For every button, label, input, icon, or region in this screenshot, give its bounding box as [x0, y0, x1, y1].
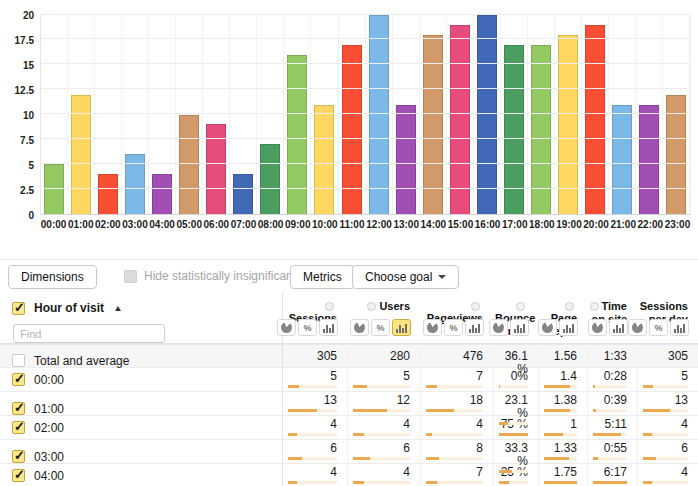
chart-bar-08:00[interactable]	[260, 144, 280, 214]
pie-chart-icon-button[interactable]	[489, 319, 508, 336]
proportion-bar-fill	[288, 385, 299, 388]
find-input[interactable]	[13, 324, 165, 343]
metric-radio[interactable]	[516, 302, 525, 311]
hide-insignificant-checkbox[interactable]	[124, 270, 137, 283]
cell-value: 6	[288, 442, 337, 455]
proportion-bar-fill	[288, 433, 297, 436]
proportion-bar-track	[643, 409, 688, 412]
sort-ascending-icon[interactable]	[115, 306, 121, 311]
bar-chart-icon-button[interactable]	[559, 319, 578, 336]
proportion-bar-fill	[643, 433, 652, 436]
bar-chart-icon-button[interactable]	[392, 319, 411, 336]
percent-icon-button[interactable]: %	[444, 319, 463, 336]
row-checkbox[interactable]	[12, 402, 25, 415]
chart-bar-20:00[interactable]	[585, 25, 605, 214]
cell-bounce-rate: 75 %	[493, 416, 538, 439]
chart-bar-21:00[interactable]	[612, 105, 632, 214]
dimension-select-all-checkbox[interactable]	[12, 302, 25, 315]
row-label: 01:00	[34, 402, 64, 416]
table-row-01:00[interactable]: 01:0013121823.1 %1.380:3913	[0, 392, 698, 416]
bar-slot	[393, 15, 420, 214]
column-header-sessions-per-day: Sessionsper day%	[637, 293, 698, 343]
pie-icon	[354, 322, 365, 333]
proportion-bar-track	[353, 433, 410, 436]
proportion-bar-fill	[499, 470, 512, 473]
bar-slot	[149, 15, 176, 214]
bar-chart-icon-button[interactable]	[510, 319, 529, 336]
chart-bar-13:00[interactable]	[396, 105, 416, 214]
row-checkbox[interactable]	[12, 469, 25, 482]
bar-slot	[311, 15, 338, 214]
y-tick-label: 17.5	[0, 35, 34, 46]
metric-radio[interactable]	[325, 302, 334, 311]
table-row-00:00[interactable]: 00:005570%1.40:285	[0, 368, 698, 392]
chart-bar-04:00[interactable]	[152, 174, 172, 214]
chart-bar-15:00[interactable]	[450, 25, 470, 214]
x-tick-label: 05:00	[176, 219, 203, 230]
row-checkbox[interactable]	[12, 373, 25, 386]
chart-bar-09:00[interactable]	[287, 55, 307, 214]
proportion-bar-track	[544, 433, 577, 436]
cell-users: 4	[347, 416, 420, 439]
pie-chart-icon-button[interactable]	[538, 319, 557, 336]
metric-radio[interactable]	[367, 302, 376, 311]
table-row-02:00[interactable]: 02:0044475 %15:114	[0, 416, 698, 440]
y-tick-label: 12.5	[0, 85, 34, 96]
proportion-bar-fill	[593, 385, 595, 388]
chart-bar-05:00[interactable]	[179, 115, 199, 215]
choose-goal-button[interactable]: Choose goal	[352, 265, 459, 289]
chart-bar-16:00[interactable]	[477, 15, 497, 214]
bar-chart-icon-button[interactable]	[319, 319, 338, 336]
pie-chart-icon-button[interactable]	[588, 319, 607, 336]
percent-icon-button[interactable]: %	[649, 319, 668, 336]
pie-chart-icon-button[interactable]	[277, 319, 296, 336]
bar-chart-icon-button[interactable]	[670, 319, 689, 336]
metric-radio[interactable]	[471, 302, 480, 311]
x-tick-label: 12:00	[366, 219, 393, 230]
pie-chart-icon-button[interactable]	[350, 319, 369, 336]
column-header-bounce-rate: Bouncerate	[493, 293, 538, 343]
proportion-bar-fill	[426, 481, 437, 484]
proportion-bar-fill	[544, 457, 569, 460]
cell-sessions: 4	[283, 464, 347, 486]
percent-icon-button[interactable]: %	[298, 319, 317, 336]
bar-chart-icon-button[interactable]	[465, 319, 484, 336]
chart-bar-07:00[interactable]	[233, 174, 253, 214]
cell-value: 0:55	[593, 442, 627, 455]
y-tick-label: 2.5	[0, 185, 34, 196]
cell-value: 1.4	[544, 370, 577, 383]
percent-icon-button[interactable]: %	[371, 319, 390, 336]
chart-bar-00:00[interactable]	[44, 164, 64, 214]
row-checkbox[interactable]	[12, 450, 25, 463]
table-row-03:00[interactable]: 03:0066833.3 %1.330:556	[0, 440, 698, 464]
pie-chart-icon-button[interactable]	[423, 319, 442, 336]
metric-radio[interactable]	[565, 302, 574, 311]
cell-sessions: 5	[283, 368, 347, 391]
bar-chart-icon-button[interactable]	[609, 319, 628, 336]
chart-bar-10:00[interactable]	[314, 105, 334, 214]
percent-icon: %	[303, 323, 311, 333]
proportion-bar-track	[643, 385, 688, 388]
bar-slot	[528, 15, 555, 214]
proportion-bar-track	[288, 385, 337, 388]
gridline	[41, 188, 690, 189]
chart-bar-22:00[interactable]	[639, 105, 659, 214]
total-and-average-row[interactable]: Total and average 30528047636.1 %1.561:3…	[0, 344, 698, 368]
bar-chart-icon	[469, 323, 480, 333]
y-tick-label: 20	[0, 10, 34, 21]
dimensions-button[interactable]: Dimensions	[8, 265, 97, 289]
chart-bar-12:00[interactable]	[369, 15, 389, 214]
metric-radio[interactable]	[590, 302, 599, 311]
gridline	[41, 113, 690, 114]
total-row-checkbox[interactable]	[12, 354, 25, 367]
proportion-bar-fill	[353, 385, 367, 388]
pie-chart-icon-button[interactable]	[628, 319, 647, 336]
bar-slot	[501, 15, 528, 214]
gridline	[41, 38, 690, 39]
metrics-button[interactable]: Metrics	[290, 265, 355, 289]
x-tick-label: 08:00	[257, 219, 284, 230]
x-tick-label: 00:00	[40, 219, 67, 230]
chart-bar-02:00[interactable]	[98, 174, 118, 214]
table-row-04:00[interactable]: 04:0044725 %1.756:174	[0, 464, 698, 486]
row-checkbox[interactable]	[12, 421, 25, 434]
